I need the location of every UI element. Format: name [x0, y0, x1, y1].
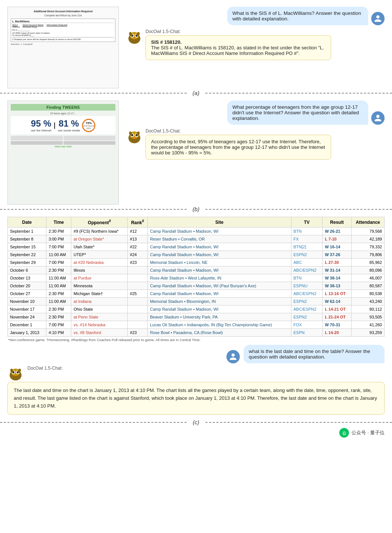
- table-row: September 157:00 PMUtah State*#22Camp Ra…: [8, 243, 385, 251]
- section-b: Finding TWEENS Of teens ages 12-17... 95…: [0, 97, 392, 205]
- table-header-row: Date Time Opponent# Rank# Site TV Result…: [8, 217, 385, 228]
- answer-body-a: The SIS # of L. MacWilliams is 158120, a…: [151, 45, 324, 56]
- doc-title: Additional Direct Account Information Re…: [11, 10, 115, 13]
- col-attendance: Attendance: [352, 217, 385, 228]
- bot-row-a: DocOwl 1.5-Chat: SIS # 158120. The SIS #…: [126, 29, 385, 60]
- user-avatar-a: [371, 12, 385, 25]
- col-opponent: Opponent#: [71, 217, 128, 228]
- section-a-label: (a): [187, 90, 205, 96]
- table-footnote: *Non-conference game. †Homecoming. #Rank…: [7, 338, 385, 342]
- table-row: September 297:00 PMat #20 Nebraska#23Mem…: [8, 259, 385, 266]
- table-row: January 1, 20134:10 PMvs. #8 Stanford#23…: [8, 329, 385, 337]
- game-table-body: September 12:30 PM#9 (FCS) Northern Iowa…: [8, 228, 385, 337]
- table-row: October 62:30 PMIllinoisCamp Randall Sta…: [8, 266, 385, 274]
- bot-response-a: DocOwl 1.5-Chat: SIS # 158120. The SIS #…: [146, 29, 331, 60]
- col-date: Date: [8, 217, 46, 228]
- col-time: Time: [46, 217, 71, 228]
- table-row: December 17:00 PMvs. #14 NebraskaLucas O…: [8, 321, 385, 329]
- document-image-a: Additional Direct Account Information Re…: [7, 7, 119, 88]
- doc-subtitle: Complete and Return by June 21st: [11, 14, 115, 17]
- watermark-icon: 公: [339, 428, 349, 438]
- section-c-label: (c): [187, 419, 205, 425]
- bot-avatar-a: [126, 29, 143, 45]
- user-avatar-c: [226, 350, 240, 363]
- user-bubble-b: What percentage of teenagers from the ag…: [227, 101, 368, 125]
- section-a: Additional Direct Account Information Re…: [0, 0, 392, 88]
- table-row: October 1311:00 AMat PurdueRoss-Ade Stad…: [8, 274, 385, 282]
- infographic-image-b: Finding TWEENS Of teens ages 12-17... 95…: [7, 101, 119, 205]
- svg-text:公: 公: [342, 431, 347, 435]
- table-row: October 272:30 PMMichigan State†#25Camp …: [8, 290, 385, 298]
- bot-answer-c: The last date and time on the chart is J…: [7, 382, 385, 415]
- doc-line3: 2 Displays per store will be shipped dir…: [12, 37, 114, 40]
- bot-label-a: DocOwl 1.5-Chat:: [146, 29, 331, 34]
- bot-row-c: DocOwl 1.5-Chat:: [0, 363, 392, 382]
- col-tv: TV: [291, 217, 323, 228]
- owl-icon-c: [7, 366, 24, 382]
- bot-answer-b: According to the text, 95% of teenagers …: [146, 135, 331, 160]
- table-row: September 12:30 PM#9 (FCS) Northern Iowa…: [8, 228, 385, 235]
- user-question-a-row: What is the SIS # of L. MacWilliams? Ans…: [126, 7, 385, 25]
- stat2-label: use social media: [58, 129, 80, 132]
- col-site: Site: [148, 217, 291, 228]
- stat2-num: 81 %: [58, 118, 80, 129]
- bot-label-b: DocOwl 1.5-Chat:: [146, 128, 331, 134]
- chat-area-a: What is the SIS # of L. MacWilliams? Ans…: [126, 7, 385, 88]
- table-row: November 172:30 PMOhio StateCamp Randall…: [8, 305, 385, 313]
- owl-icon-b: [126, 128, 143, 145]
- watermark-text: 公众号 · 量子位: [352, 429, 385, 436]
- owl-icon-a: [126, 29, 143, 45]
- watermark-bar: 公 公众号 · 量子位: [0, 426, 392, 441]
- table-row: September 2211:00 AMUTEP*#24Camp Randall…: [8, 251, 385, 259]
- bot-answer-c-box: The last date and time on the chart is J…: [0, 382, 392, 418]
- section-b-label: (b): [187, 206, 205, 212]
- stat1-label: use the Internet: [31, 129, 52, 132]
- section-b-divider: (b): [0, 206, 392, 212]
- col-rank: Rank#: [128, 217, 148, 228]
- table-row: September 83:00 PMat Oregon State*#13Res…: [8, 235, 385, 243]
- table-row: October 2011:00 AMMinnesotaCamp Randall …: [8, 282, 385, 290]
- section-a-divider: (a): [0, 90, 392, 96]
- user-question-b-row: What percentage of teenagers from the ag…: [126, 101, 385, 125]
- answer-title-a: SIS # 158120.: [151, 39, 182, 45]
- game-table: Date Time Opponent# Rank# Site TV Result…: [7, 217, 385, 337]
- table-row: November 242:30 PMat Penn StateBeaver St…: [8, 313, 385, 321]
- section-c-divider: (c): [0, 419, 392, 425]
- doc-line2: To arrive 8/18/95 $___: [12, 34, 114, 36]
- user-icon: [374, 14, 382, 23]
- bot-label-c: DocOwl 1.5-Chat:: [27, 366, 63, 371]
- user-question-c-row: what is the last date and time on the ta…: [0, 342, 392, 363]
- section-c: Date Time Opponent# Rank# Site TV Result…: [0, 213, 392, 342]
- user-bubble-c: what is the last date and time on the ta…: [244, 345, 385, 363]
- user-avatar-b: [371, 111, 385, 125]
- stat1-num: 95 %: [31, 118, 52, 129]
- bot-avatar-c: [7, 366, 24, 382]
- bot-response-b: DocOwl 1.5-Chat: According to the text, …: [146, 128, 331, 160]
- table-row: November 1011:00 AMat IndianaMemorial St…: [8, 298, 385, 305]
- user-icon-c: [229, 353, 237, 361]
- bot-row-b: DocOwl 1.5-Chat: According to the text, …: [126, 128, 385, 160]
- bot-avatar-b: [126, 128, 143, 145]
- user-bubble-a: What is the SIS # of L. MacWilliams? Ans…: [227, 7, 368, 25]
- col-result: Result: [323, 217, 352, 228]
- chat-area-b: What percentage of teenagers from the ag…: [126, 101, 385, 205]
- bot-answer-a: SIS # 158120. The SIS # of L. MacWilliam…: [146, 35, 331, 60]
- infographic-title: Finding TWEENS: [11, 104, 115, 111]
- user-icon-b: [374, 114, 382, 122]
- doc-attention: Attention: J. Campbell: [11, 43, 115, 45]
- circle-stat: 72% of all Internet users: [82, 119, 95, 132]
